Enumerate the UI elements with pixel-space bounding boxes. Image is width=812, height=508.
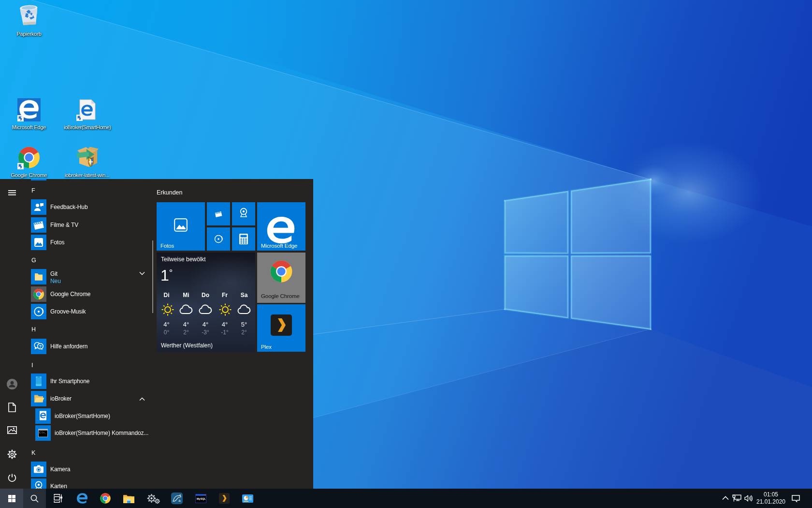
svg-text:?: ?: [39, 344, 42, 349]
svg-text:C:\>_: C:\>_: [39, 432, 46, 434]
svg-text:MySQL: MySQL: [197, 497, 206, 500]
